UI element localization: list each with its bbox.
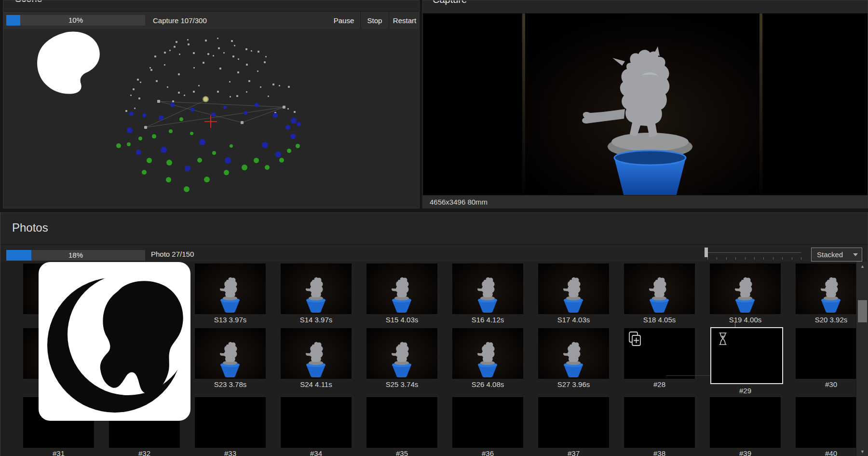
point-cloud-dot [290,134,296,139]
photo-cell-empty[interactable] [796,328,856,379]
point-cloud-dot [193,67,195,69]
photo-label: S18 4.05s [623,316,696,324]
thumbnail-figure [387,341,416,377]
photo-cell-empty[interactable] [538,397,609,448]
copy-plus-icon [628,331,642,347]
photo-thumbnail[interactable] [796,263,856,314]
point-cloud-dot [142,113,146,117]
photo-thumbnail[interactable] [281,328,352,379]
photo-thumbnail[interactable] [452,328,523,379]
photo-label: #33 [194,449,267,456]
photo-cell-pending-selected[interactable] [710,327,783,384]
point-cloud-dot [197,158,202,163]
point-cloud-dot [125,110,127,112]
photo-label: S24 4.11s [280,380,353,388]
mask-blob-overlay [34,29,103,96]
photo-cell-empty[interactable] [281,397,352,448]
thumbnail-figure [816,276,845,313]
pause-button[interactable]: Pause [329,12,358,29]
point-cloud-dot [179,117,183,121]
point-cloud-dot [217,91,219,93]
stack-slider-track[interactable] [707,252,801,253]
photo-cell-empty[interactable] [710,397,781,448]
point-cloud-dot [176,41,177,43]
scene-panel: Scene 10% Capture 107/300 Pause Stop Res… [3,0,420,208]
photo-thumbnail[interactable] [452,263,523,314]
view-mode-dropdown[interactable]: Stacked [811,248,862,262]
point-cloud-dot [138,97,140,99]
photo-label: #40 [795,449,856,456]
point-cloud-dot [218,47,220,49]
photos-panel: Photos 18% Photo 27/150 Stacked S13 3.97… [0,212,868,456]
point-cloud-dot [149,67,151,69]
scrollbar-thumb[interactable] [858,300,867,322]
point-cloud-dot [238,58,239,60]
point-cloud-dot [296,144,300,148]
stack-connector-line [666,375,710,376]
point-cloud-dot [287,149,291,153]
photo-cell-empty[interactable] [796,397,856,448]
point-cloud-dot [265,165,270,170]
point-cloud-dot [178,92,180,94]
photo-label: #35 [366,449,438,456]
point-cloud-dot [262,142,268,148]
scene-3d-viewport[interactable] [3,29,419,208]
point-cloud-dot [198,85,200,86]
point-cloud-dot [133,88,135,90]
point-cloud-dot [116,143,121,148]
photo-label: S14 3.97s [280,316,353,324]
photo-thumbnail[interactable] [281,263,352,314]
photo-label: #31 [22,449,95,456]
backdrop-edge [760,14,762,195]
stop-button[interactable]: Stop [362,12,387,29]
slider-tick [801,257,801,260]
point-cloud-dot [179,54,180,55]
point-cloud-dot [294,111,296,113]
thumbnail-figure [559,341,588,377]
capture-panel: Capture [422,0,868,208]
photo-thumbnail[interactable] [195,328,266,379]
scene-panel-title: Scene [3,0,419,11]
scene-progress-label: 10% [6,15,145,26]
photo-label: S19 4.00s [709,316,782,324]
hourglass-icon [718,332,728,345]
thumbnail-figure [645,276,674,313]
point-cloud-dot [152,134,156,138]
scene-progressbar: 10% [6,15,145,26]
photo-label: #38 [623,449,696,456]
point-cloud-dot [212,151,216,155]
camera-live-preview[interactable] [423,13,868,195]
photo-thumbnail[interactable] [538,263,609,314]
photo-cell-empty[interactable] [452,397,523,448]
scene-toolbar: 10% Capture 107/300 Pause Stop Restart [3,11,419,30]
point-cloud-dot [255,103,259,107]
point-cloud-dot [287,108,289,110]
photo-cell-empty[interactable] [624,397,695,448]
slider-tick [707,257,708,260]
photo-thumbnail[interactable] [710,263,781,314]
vertical-scrollbar[interactable]: ▲ ▼ [856,262,868,456]
capture-resolution-text: 4656x3496 80mm [430,198,488,206]
photo-thumbnail[interactable] [195,263,266,314]
point-cloud-dot [188,43,190,45]
scroll-up-icon[interactable]: ▲ [856,262,868,271]
photo-cell-empty[interactable] [195,397,266,448]
active-camera-dot [203,96,209,102]
stack-slider-handle[interactable] [705,248,708,257]
photo-label: S27 3.96s [537,380,610,388]
photo-thumbnail[interactable] [624,263,695,314]
point-cloud-dot [283,106,285,109]
scroll-down-icon[interactable]: ▼ [856,447,868,456]
photo-label: #29 [709,387,782,395]
point-cloud-dot [232,55,234,57]
photo-cell-empty[interactable] [366,397,437,448]
photo-thumbnail[interactable] [366,328,437,379]
photo-thumbnail[interactable] [366,263,437,314]
restart-button[interactable]: Restart [390,12,419,29]
point-cloud-dot [138,137,142,140]
photo-cell-queued[interactable] [624,328,695,379]
point-cloud-dot [246,91,247,93]
photo-thumbnail[interactable] [538,328,609,379]
point-cloud-dot [204,177,210,182]
point-cloud-dot [154,55,156,57]
